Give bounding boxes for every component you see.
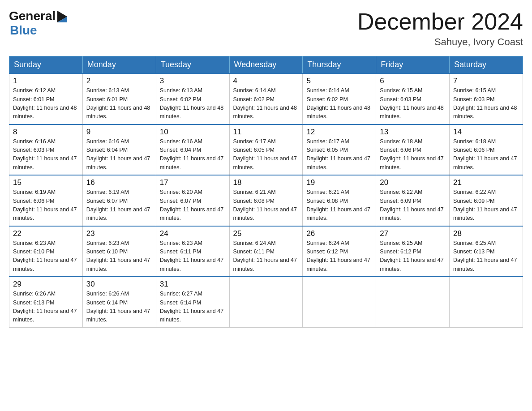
day-number: 21 (453, 178, 519, 187)
table-row: 16 Sunrise: 6:19 AM Sunset: 6:07 PM Dayl… (82, 175, 156, 226)
daylight-label: Daylight: 11 hours and 47 minutes. (13, 308, 77, 323)
daylight-label: Daylight: 11 hours and 47 minutes. (160, 155, 223, 170)
day-number: 18 (233, 178, 299, 187)
sunrise-label: Sunrise: 6:14 AM (233, 87, 276, 94)
sunset-label: Sunset: 6:06 PM (453, 147, 494, 153)
table-row: 21 Sunrise: 6:22 AM Sunset: 6:09 PM Dayl… (450, 175, 523, 226)
day-number: 4 (233, 77, 299, 86)
sunrise-label: Sunrise: 6:17 AM (233, 138, 276, 145)
daylight-label: Daylight: 11 hours and 47 minutes. (380, 257, 443, 272)
sunset-label: Sunset: 6:12 PM (306, 248, 348, 255)
header-monday: Monday (82, 56, 156, 74)
table-row: 10 Sunrise: 6:16 AM Sunset: 6:04 PM Dayl… (156, 124, 229, 176)
day-info: Sunrise: 6:15 AM Sunset: 6:03 PM Dayligh… (380, 86, 446, 121)
daylight-label: Daylight: 11 hours and 47 minutes. (13, 206, 77, 221)
day-number: 9 (86, 128, 152, 137)
logo: General Blue (9, 9, 67, 38)
day-number: 13 (380, 128, 446, 137)
day-info: Sunrise: 6:24 AM Sunset: 6:12 PM Dayligh… (306, 239, 372, 274)
sunset-label: Sunset: 6:03 PM (380, 96, 421, 103)
sunrise-label: Sunrise: 6:13 AM (160, 87, 202, 94)
sunrise-label: Sunrise: 6:26 AM (13, 291, 56, 297)
day-number: 31 (160, 280, 226, 289)
sunrise-label: Sunrise: 6:17 AM (306, 138, 349, 145)
daylight-label: Daylight: 11 hours and 47 minutes. (160, 206, 223, 221)
sunrise-label: Sunrise: 6:19 AM (13, 189, 56, 195)
table-row: 6 Sunrise: 6:15 AM Sunset: 6:03 PM Dayli… (376, 73, 450, 124)
daylight-label: Daylight: 11 hours and 47 minutes. (306, 257, 370, 272)
table-row (229, 277, 303, 327)
day-info: Sunrise: 6:17 AM Sunset: 6:05 PM Dayligh… (233, 137, 299, 172)
table-row: 20 Sunrise: 6:22 AM Sunset: 6:09 PM Dayl… (376, 175, 450, 226)
daylight-label: Daylight: 11 hours and 48 minutes. (453, 105, 517, 120)
sunrise-label: Sunrise: 6:26 AM (86, 291, 129, 297)
day-number: 27 (380, 229, 446, 238)
sunset-label: Sunset: 6:03 PM (453, 96, 494, 103)
sunset-label: Sunset: 6:06 PM (380, 147, 421, 153)
daylight-label: Daylight: 11 hours and 47 minutes. (86, 308, 150, 323)
table-row: 7 Sunrise: 6:15 AM Sunset: 6:03 PM Dayli… (450, 73, 523, 124)
daylight-label: Daylight: 11 hours and 48 minutes. (160, 105, 223, 120)
day-info: Sunrise: 6:25 AM Sunset: 6:12 PM Dayligh… (380, 239, 446, 274)
day-info: Sunrise: 6:26 AM Sunset: 6:14 PM Dayligh… (86, 290, 152, 325)
table-row: 13 Sunrise: 6:18 AM Sunset: 6:06 PM Dayl… (376, 124, 450, 176)
sunrise-label: Sunrise: 6:22 AM (380, 189, 422, 195)
sunset-label: Sunset: 6:09 PM (453, 198, 494, 204)
table-row: 31 Sunrise: 6:27 AM Sunset: 6:14 PM Dayl… (156, 277, 229, 327)
day-info: Sunrise: 6:20 AM Sunset: 6:07 PM Dayligh… (160, 188, 226, 223)
daylight-label: Daylight: 11 hours and 47 minutes. (233, 155, 297, 170)
day-number: 5 (306, 77, 372, 86)
table-row: 27 Sunrise: 6:25 AM Sunset: 6:12 PM Dayl… (376, 226, 450, 277)
sunrise-label: Sunrise: 6:25 AM (453, 240, 496, 246)
table-row: 3 Sunrise: 6:13 AM Sunset: 6:02 PM Dayli… (156, 73, 229, 124)
table-row (303, 277, 376, 327)
sunset-label: Sunset: 6:08 PM (233, 198, 275, 204)
sunset-label: Sunset: 6:05 PM (306, 147, 348, 153)
table-row: 15 Sunrise: 6:19 AM Sunset: 6:06 PM Dayl… (9, 175, 83, 226)
daylight-label: Daylight: 11 hours and 47 minutes. (453, 257, 517, 272)
sunset-label: Sunset: 6:05 PM (233, 147, 275, 153)
logo-blue-text: Blue (10, 23, 37, 37)
day-number: 17 (160, 178, 226, 187)
calendar-table: Sunday Monday Tuesday Wednesday Thursday… (9, 56, 523, 328)
day-number: 22 (13, 229, 79, 238)
table-row (450, 277, 523, 327)
sunset-label: Sunset: 6:01 PM (13, 96, 54, 103)
day-info: Sunrise: 6:19 AM Sunset: 6:07 PM Dayligh… (86, 188, 152, 223)
daylight-label: Daylight: 11 hours and 47 minutes. (380, 206, 443, 221)
sunset-label: Sunset: 6:12 PM (380, 248, 421, 255)
sunrise-label: Sunrise: 6:24 AM (306, 240, 349, 246)
day-number: 7 (453, 77, 519, 86)
day-number: 14 (453, 128, 519, 137)
sunrise-label: Sunrise: 6:15 AM (380, 87, 422, 94)
day-number: 2 (86, 77, 152, 86)
sunset-label: Sunset: 6:13 PM (13, 300, 54, 306)
day-info: Sunrise: 6:21 AM Sunset: 6:08 PM Dayligh… (306, 188, 372, 223)
header-sunday: Sunday (9, 56, 83, 74)
day-number: 23 (86, 229, 152, 238)
sunrise-label: Sunrise: 6:16 AM (13, 138, 56, 145)
sunrise-label: Sunrise: 6:19 AM (86, 189, 129, 195)
sunrise-label: Sunrise: 6:23 AM (160, 240, 202, 246)
sunset-label: Sunset: 6:02 PM (233, 96, 275, 103)
header-saturday: Saturday (450, 56, 523, 74)
day-info: Sunrise: 6:12 AM Sunset: 6:01 PM Dayligh… (13, 86, 79, 121)
day-number: 19 (306, 178, 372, 187)
day-number: 24 (160, 229, 226, 238)
daylight-label: Daylight: 11 hours and 47 minutes. (306, 206, 370, 221)
daylight-label: Daylight: 11 hours and 47 minutes. (86, 257, 150, 272)
table-row: 12 Sunrise: 6:17 AM Sunset: 6:05 PM Dayl… (303, 124, 376, 176)
sunset-label: Sunset: 6:07 PM (86, 198, 128, 204)
table-row: 4 Sunrise: 6:14 AM Sunset: 6:02 PM Dayli… (229, 73, 303, 124)
sunrise-label: Sunrise: 6:16 AM (86, 138, 129, 145)
table-row (376, 277, 450, 327)
logo-triangle-icon (57, 11, 67, 22)
sunset-label: Sunset: 6:13 PM (453, 248, 494, 255)
table-row: 22 Sunrise: 6:23 AM Sunset: 6:10 PM Dayl… (9, 226, 83, 277)
day-info: Sunrise: 6:17 AM Sunset: 6:05 PM Dayligh… (306, 137, 372, 172)
sunset-label: Sunset: 6:03 PM (13, 147, 54, 153)
day-number: 3 (160, 77, 226, 86)
day-number: 15 (13, 178, 79, 187)
table-row: 24 Sunrise: 6:23 AM Sunset: 6:11 PM Dayl… (156, 226, 229, 277)
day-info: Sunrise: 6:16 AM Sunset: 6:03 PM Dayligh… (13, 137, 79, 172)
